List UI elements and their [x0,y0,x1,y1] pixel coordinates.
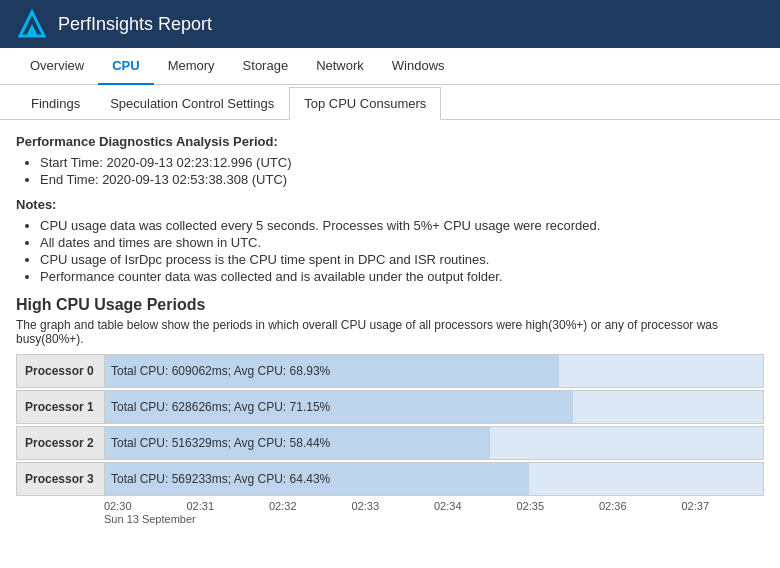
processor-bar-container: Total CPU: 609062ms; Avg CPU: 68.93% [105,355,763,387]
note-item: CPU usage of IsrDpc process is the CPU t… [40,252,764,267]
processor-row: Processor 3Total CPU: 569233ms; Avg CPU:… [16,462,764,496]
analysis-period-title: Performance Diagnostics Analysis Period: [16,134,764,149]
svg-marker-1 [26,24,38,36]
processor-row: Processor 0Total CPU: 609062ms; Avg CPU:… [16,354,764,388]
note-item: All dates and times are shown in UTC. [40,235,764,250]
processor-label: Processor 1 [17,391,105,423]
note-item: Performance counter data was collected a… [40,269,764,284]
subtab-top-cpu-consumers[interactable]: Top CPU Consumers [289,87,441,120]
analysis-period-list: Start Time: 2020-09-13 02:23:12.996 (UTC… [16,155,764,187]
app-header: PerfInsights Report [0,0,780,48]
notes-section: Notes: CPU usage data was collected ever… [16,197,764,284]
subtab-findings[interactable]: Findings [16,87,95,120]
processor-bar-container: Total CPU: 628626ms; Avg CPU: 71.15% [105,391,763,423]
note-item: CPU usage data was collected every 5 sec… [40,218,764,233]
tab-cpu[interactable]: CPU [98,48,153,85]
time-tick: 02:33 [352,500,435,512]
processor-label: Processor 2 [17,427,105,459]
tab-network[interactable]: Network [302,48,378,85]
app-title: PerfInsights Report [58,14,212,35]
processor-bar-container: Total CPU: 516329ms; Avg CPU: 58.44% [105,427,763,459]
tab-memory[interactable]: Memory [154,48,229,85]
subtab-speculation-control-settings[interactable]: Speculation Control Settings [95,87,289,120]
processor-stats: Total CPU: 516329ms; Avg CPU: 58.44% [105,436,330,450]
processor-label: Processor 3 [17,463,105,495]
time-axis: 02:3002:3102:3202:3302:3402:3502:3602:37 [16,500,764,512]
processor-bar-container: Total CPU: 569233ms; Avg CPU: 64.43% [105,463,763,495]
notes-list: CPU usage data was collected every 5 sec… [16,218,764,284]
main-tab-bar: OverviewCPUMemoryStorageNetworkWindows [0,48,780,85]
processor-row: Processor 2Total CPU: 516329ms; Avg CPU:… [16,426,764,460]
main-content: Performance Diagnostics Analysis Period:… [0,120,780,560]
tab-overview[interactable]: Overview [16,48,98,85]
analysis-period-section: Performance Diagnostics Analysis Period:… [16,134,764,187]
high-cpu-description: The graph and table below show the perio… [16,318,764,346]
time-tick: 02:31 [187,500,270,512]
time-tick: 02:36 [599,500,682,512]
processor-row: Processor 1Total CPU: 628626ms; Avg CPU:… [16,390,764,424]
time-tick: 02:35 [517,500,600,512]
tab-storage[interactable]: Storage [229,48,303,85]
processor-label: Processor 0 [17,355,105,387]
time-tick: 02:34 [434,500,517,512]
app-logo [16,8,48,40]
processor-stats: Total CPU: 628626ms; Avg CPU: 71.15% [105,400,330,414]
processor-stats: Total CPU: 569233ms; Avg CPU: 64.43% [105,472,330,486]
start-time: Start Time: 2020-09-13 02:23:12.996 (UTC… [40,155,764,170]
high-cpu-section: High CPU Usage Periods The graph and tab… [16,296,764,525]
notes-title: Notes: [16,197,764,212]
high-cpu-title: High CPU Usage Periods [16,296,764,314]
time-tick: 02:30 [104,500,187,512]
time-tick: 02:37 [682,500,765,512]
processor-rows: Processor 0Total CPU: 609062ms; Avg CPU:… [16,354,764,496]
tab-windows[interactable]: Windows [378,48,459,85]
sub-tab-bar: FindingsSpeculation Control SettingsTop … [0,87,780,120]
end-time: End Time: 2020-09-13 02:53:38.308 (UTC) [40,172,764,187]
processor-stats: Total CPU: 609062ms; Avg CPU: 68.93% [105,364,330,378]
time-date: Sun 13 September [16,513,764,525]
time-tick: 02:32 [269,500,352,512]
